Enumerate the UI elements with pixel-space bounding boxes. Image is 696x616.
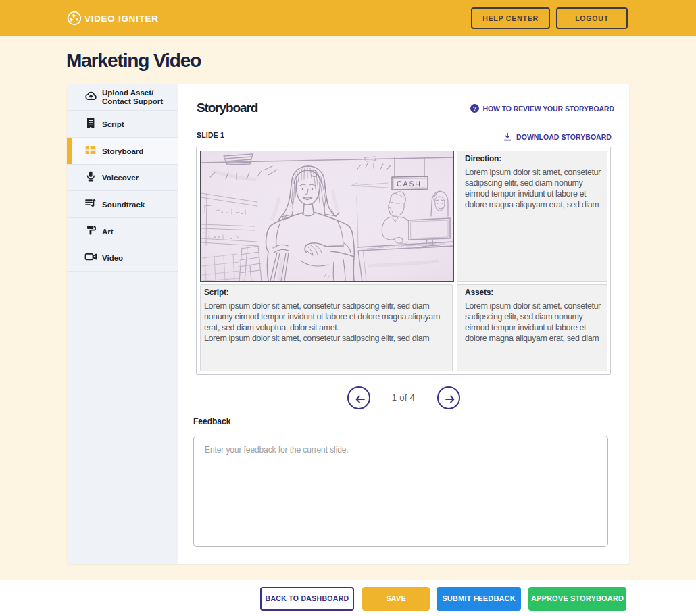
svg-text:CASH: CASH: [397, 180, 422, 188]
svg-text:?: ?: [472, 105, 476, 112]
